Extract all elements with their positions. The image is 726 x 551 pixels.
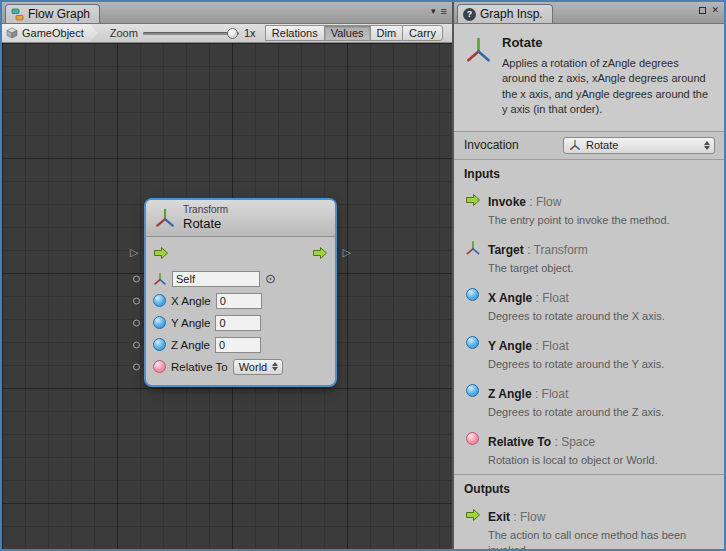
node-header-text: Transform Rotate bbox=[183, 204, 228, 232]
breadcrumb[interactable]: GameObject bbox=[2, 24, 98, 42]
port-row: Target : Transform The target object. bbox=[454, 234, 724, 282]
inspector-strip-controls bbox=[699, 6, 719, 15]
port-type: Float bbox=[542, 339, 569, 353]
port-row: Z Angle : Float Degrees to rotate around… bbox=[454, 378, 724, 426]
float-port-connector[interactable] bbox=[133, 319, 140, 326]
zoom-label: Zoom bbox=[110, 27, 138, 39]
float-icon bbox=[466, 384, 479, 397]
flow-graph-strip-controls bbox=[431, 6, 447, 17]
port-type: Float bbox=[542, 291, 569, 305]
port-text: Z Angle : Float Degrees to rotate around… bbox=[488, 383, 664, 420]
toolbar-toggle-button[interactable]: Dim bbox=[370, 25, 403, 41]
transform-gizmo-icon bbox=[569, 139, 581, 151]
tab-flow-graph[interactable]: Flow Graph bbox=[5, 4, 100, 23]
object-picker-icon[interactable] bbox=[265, 272, 276, 285]
type-separator: : bbox=[551, 435, 561, 449]
invocation-dropdown[interactable]: Rotate bbox=[563, 137, 715, 154]
rotate-node[interactable]: Transform Rotate bbox=[146, 200, 335, 385]
tab-flow-graph-label: Flow Graph bbox=[28, 7, 90, 21]
type-separator: : bbox=[532, 339, 542, 353]
port-row: Invoke : Flow The entry point to invoke … bbox=[454, 186, 724, 234]
graph-canvas[interactable]: Transform Rotate bbox=[2, 43, 452, 549]
pane-dropdown-icon[interactable] bbox=[431, 7, 436, 16]
node-angle-row: X Angle bbox=[153, 292, 328, 310]
inspector-description: Applies a rotation of zAngle degrees aro… bbox=[502, 56, 714, 118]
port-name: Relative To bbox=[488, 435, 551, 449]
port-row: Exit : Flow The action to call once meth… bbox=[454, 501, 724, 549]
type-separator: : bbox=[526, 195, 536, 209]
inspector-title: Rotate bbox=[502, 35, 714, 50]
invocation-dropdown-value: Rotate bbox=[586, 139, 618, 151]
toolbar-toggle-button[interactable]: Relations bbox=[265, 25, 324, 41]
exit-port-icon[interactable] bbox=[312, 245, 328, 261]
dropdown-arrows-icon bbox=[704, 141, 710, 150]
angle-input[interactable] bbox=[216, 293, 262, 309]
node-relative-row: Relative To World bbox=[153, 358, 328, 376]
port-description: The action to call once method has been … bbox=[488, 528, 714, 549]
port-description: Degrees to rotate around the Y axis. bbox=[488, 357, 664, 372]
toolbar-toggle-button[interactable]: Values bbox=[324, 25, 370, 41]
graph-inspector-icon bbox=[463, 8, 476, 21]
port-row: X Angle : Float Degrees to rotate around… bbox=[454, 282, 724, 330]
invocation-dropdown-left: Rotate bbox=[569, 139, 618, 151]
port-name: Y Angle bbox=[488, 339, 532, 353]
node-flow-row bbox=[153, 244, 328, 262]
relative-dropdown-value: World bbox=[239, 361, 268, 373]
node-title: Rotate bbox=[183, 216, 228, 232]
dropdown-arrows-icon bbox=[272, 362, 278, 371]
maximize-icon[interactable] bbox=[699, 7, 706, 14]
port-type: Transform bbox=[534, 243, 588, 257]
type-separator: : bbox=[532, 291, 542, 305]
zoom-slider[interactable] bbox=[143, 28, 239, 39]
angle-input[interactable] bbox=[215, 315, 261, 331]
invoke-port-icon[interactable] bbox=[153, 245, 169, 261]
space-port-icon[interactable] bbox=[153, 360, 166, 373]
port-text: Y Angle : Float Degrees to rotate around… bbox=[488, 335, 664, 372]
float-icon bbox=[466, 288, 479, 301]
target-port-connector[interactable] bbox=[133, 275, 140, 282]
pane-menu-icon[interactable] bbox=[441, 6, 447, 17]
zoom-slider-handle[interactable] bbox=[227, 28, 238, 39]
angle-input[interactable] bbox=[215, 337, 261, 353]
type-separator: : bbox=[510, 510, 520, 524]
transform-gizmo-icon bbox=[154, 207, 176, 229]
inspector-body: Rotate Applies a rotation of zAngle degr… bbox=[454, 24, 724, 549]
port-type: Float bbox=[542, 387, 569, 401]
node-type-label: Transform bbox=[183, 204, 228, 216]
target-port-icon[interactable] bbox=[153, 272, 167, 286]
port-type-icon bbox=[464, 383, 481, 420]
port-type-icon bbox=[464, 431, 481, 468]
target-field[interactable] bbox=[172, 271, 260, 287]
graph-toolbar: GameObject Zoom 1x Relations Values bbox=[2, 24, 452, 43]
float-port-icon[interactable] bbox=[153, 294, 166, 307]
invocation-row: Invocation Rotate bbox=[454, 131, 724, 159]
float-port-connector[interactable] bbox=[133, 297, 140, 304]
zoom-slider-track[interactable] bbox=[143, 32, 239, 35]
inspector-tabstrip: Graph Insp. bbox=[454, 2, 724, 24]
inspector-header: Rotate Applies a rotation of zAngle degr… bbox=[454, 24, 724, 131]
port-name: Target bbox=[488, 243, 524, 257]
angle-label: X Angle bbox=[171, 295, 211, 307]
float-port-icon[interactable] bbox=[153, 338, 166, 351]
node-angle-row: Y Angle bbox=[153, 314, 328, 332]
relative-label: Relative To bbox=[171, 361, 228, 373]
inputs-section-header: Inputs bbox=[454, 159, 724, 186]
port-description: The entry point to invoke the method. bbox=[488, 213, 670, 228]
node-header[interactable]: Transform Rotate bbox=[146, 200, 335, 237]
port-text: Exit : Flow The action to call once meth… bbox=[488, 506, 714, 549]
port-name: Invoke bbox=[488, 195, 526, 209]
close-icon[interactable] bbox=[711, 6, 719, 15]
tab-graph-inspector[interactable]: Graph Insp. bbox=[457, 4, 553, 23]
toolbar-toggle-button[interactable]: Carry bbox=[402, 25, 443, 41]
float-port-icon[interactable] bbox=[153, 316, 166, 329]
toolbar-toggle-label: Dim bbox=[377, 27, 397, 39]
port-text: Invoke : Flow The entry point to invoke … bbox=[488, 191, 670, 228]
space-port-connector[interactable] bbox=[133, 363, 140, 370]
toolbar-toggle-group: Relations Values Dim Carry bbox=[265, 25, 443, 41]
float-port-connector[interactable] bbox=[133, 341, 140, 348]
flow-output-connector[interactable] bbox=[343, 247, 351, 258]
relative-dropdown[interactable]: World bbox=[233, 359, 284, 375]
port-description: Rotation is local to object or World. bbox=[488, 453, 658, 468]
port-type-icon bbox=[464, 335, 481, 372]
flow-input-connector[interactable] bbox=[130, 247, 138, 258]
